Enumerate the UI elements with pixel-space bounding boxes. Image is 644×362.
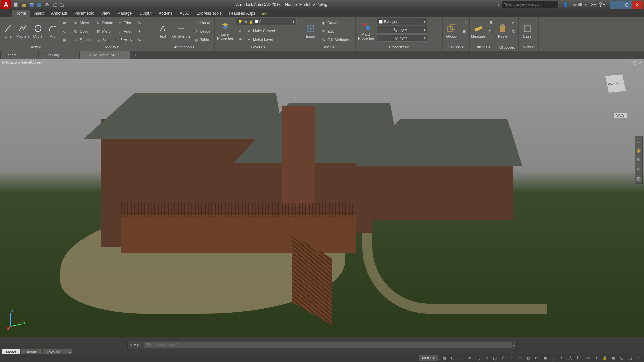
showmotion-icon[interactable]: ▦ — [635, 174, 642, 183]
close-view-icon[interactable]: ✕ — [639, 60, 642, 65]
base-button[interactable]: Base — [520, 18, 535, 44]
annoscale-icon[interactable]: 人 — [567, 355, 574, 361]
hatch-button[interactable]: ▦ — [61, 36, 69, 44]
circle-button[interactable]: Circle — [31, 18, 45, 44]
polyline-button[interactable]: Polyline — [16, 18, 30, 44]
panel-modify-title[interactable]: Modify ▾ — [72, 44, 153, 50]
menu-view[interactable]: View — [98, 10, 113, 17]
panel-annotation-title[interactable]: Annotation ▾ — [156, 44, 213, 50]
create-button[interactable]: ▣Create — [319, 19, 352, 27]
3ddisp-icon[interactable]: ▣ — [541, 355, 549, 361]
calc-button[interactable]: 🖩 — [487, 19, 495, 27]
tab-start[interactable]: Start — [1, 51, 38, 59]
group-edit-button[interactable]: ⊞ — [460, 27, 468, 35]
add-tab-button[interactable]: ＋ — [132, 52, 139, 58]
menu-output[interactable]: Output — [136, 10, 155, 17]
viewcube[interactable]: BACK LEFT — [604, 72, 627, 96]
minimize-view-icon[interactable]: ─ — [628, 60, 631, 65]
saveas-icon[interactable] — [36, 1, 43, 8]
polar-icon[interactable]: ✶ — [466, 355, 473, 361]
panel-groups-title[interactable]: Groups ▾ — [444, 44, 468, 50]
close-cmdline-icon[interactable]: ✕ — [129, 343, 132, 347]
clean-icon[interactable]: ▢ — [626, 355, 634, 361]
rectangle-button[interactable]: ▭ — [61, 19, 69, 27]
menu-parametric[interactable]: Parametric — [71, 10, 97, 17]
menu-express[interactable]: Express Tools — [193, 10, 225, 17]
move-button[interactable]: ✥Move — [72, 19, 93, 27]
customize-icon[interactable]: ≡ — [635, 355, 642, 361]
menu-home[interactable]: Home — [12, 10, 30, 17]
open-icon[interactable] — [20, 1, 27, 8]
cmdline-up-icon[interactable]: ▴ — [513, 343, 515, 347]
otrack-icon[interactable]: ∠ — [499, 355, 507, 361]
undo-icon[interactable] — [51, 1, 58, 8]
panel-view-title[interactable]: View ▾ — [520, 44, 537, 50]
paste-button[interactable]: Paste — [498, 18, 508, 44]
tab-house[interactable]: House_Model_v02*× — [80, 51, 130, 59]
match-layer-button[interactable]: ≡Match Layer — [245, 35, 277, 43]
rotate-button[interactable]: ↻Rotate — [94, 19, 114, 27]
user-menu[interactable]: 👤 hewetth ▾ — [561, 2, 589, 7]
panel-utilities-title[interactable]: Utilities ▾ — [471, 44, 495, 50]
osnap-icon[interactable]: □ — [483, 355, 490, 361]
print-icon[interactable] — [44, 1, 50, 8]
grid-icon[interactable]: ▦ — [441, 355, 448, 361]
menu-manage[interactable]: Manage — [114, 10, 135, 17]
edit-button[interactable]: ✎Edit — [319, 27, 352, 35]
make-current-button[interactable]: ✔Make Current — [245, 27, 277, 35]
panel-clipboard-title[interactable]: Clipboard — [498, 45, 517, 50]
trim-button[interactable]: ✂Trim — [116, 19, 134, 27]
hw-icon[interactable]: ▣ — [609, 355, 617, 361]
offset-button[interactable]: ⊂ — [136, 36, 144, 44]
3dosnap-icon[interactable]: ◫ — [491, 355, 498, 361]
ltype-combo[interactable]: ByLayer▾ — [377, 34, 427, 42]
save-icon[interactable] — [28, 1, 35, 8]
menu-a360[interactable]: A360 — [176, 10, 193, 17]
arc-button[interactable]: Arc — [46, 18, 59, 44]
layer-freeze-button[interactable]: ❄ — [236, 35, 244, 43]
menu-insert[interactable]: Insert — [30, 10, 47, 17]
cmdline-options-icon[interactable]: ▾ — [134, 343, 136, 347]
ellipse-button[interactable]: ⬭ — [61, 27, 69, 35]
scale-button[interactable]: 1:1 — [575, 355, 583, 361]
close-icon[interactable]: × — [76, 53, 78, 57]
view-label[interactable]: [−][Custom View][Current] — [2, 60, 44, 64]
selection-icon[interactable]: ⬚ — [550, 355, 557, 361]
zoom-icon[interactable]: 🔍 — [635, 155, 642, 165]
layer-on-button[interactable]: ☀ — [236, 27, 244, 35]
ucs-icon[interactable]: Z Y X — [7, 310, 27, 330]
close-icon[interactable]: × — [127, 53, 129, 57]
ortho-icon[interactable]: ⌐ — [458, 355, 465, 361]
viewport[interactable]: [−][Custom View][Current] ─ ▢ ✕ BACK LEF… — [0, 59, 644, 337]
dyn-icon[interactable]: + — [508, 355, 515, 361]
menu-annotate[interactable]: Annotate — [48, 10, 70, 17]
menu-featured[interactable]: Featured Apps — [226, 10, 259, 17]
table-button[interactable]: ▦Table — [192, 36, 213, 44]
group-button[interactable]: Group — [444, 18, 459, 44]
leader-button[interactable]: ↗Leader — [192, 27, 213, 35]
text-button[interactable]: AText — [156, 18, 170, 44]
pan-icon[interactable]: ✋ — [635, 146, 642, 155]
measure-button[interactable]: Measure — [471, 18, 485, 44]
lock-ui-icon[interactable]: 🔒 — [601, 355, 608, 361]
insert-button[interactable]: Insert — [303, 18, 318, 44]
scale-button[interactable]: ◱Scale — [94, 36, 114, 44]
array-button[interactable]: ⋮⋮Array — [116, 36, 134, 44]
full-nav-icon[interactable]: ⬚ — [635, 136, 642, 146]
dimension-button[interactable]: Dimension — [171, 18, 191, 44]
wcs-badge[interactable]: WCS — [613, 113, 627, 118]
modelspace-button[interactable]: MODEL — [419, 355, 438, 361]
layer-properties-button[interactable]: Layer Properties — [216, 18, 235, 44]
search-input[interactable] — [502, 1, 559, 8]
redo-icon[interactable] — [59, 1, 66, 8]
orbit-icon[interactable]: ⟳ — [635, 165, 642, 174]
panel-layers-title[interactable]: Layers ▾ — [216, 44, 300, 50]
close-button[interactable]: ✕ — [632, 1, 643, 9]
isodraft-icon[interactable]: ⬚ — [474, 355, 482, 361]
lweight-combo[interactable]: ByLayer▾ — [377, 26, 427, 34]
linear-button[interactable]: ⟼Linear — [192, 19, 213, 27]
menu-addins[interactable]: Add-ins — [155, 10, 176, 17]
gizmo-icon[interactable]: ✛ — [558, 355, 566, 361]
cut-button[interactable]: ✂ — [509, 19, 517, 27]
mirror-button[interactable]: ◧Mirror — [94, 27, 114, 35]
